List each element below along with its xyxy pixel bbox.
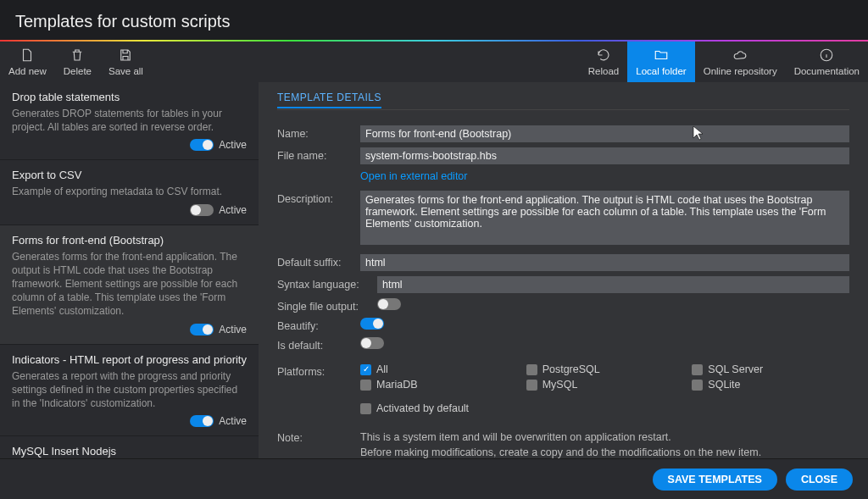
close-button[interactable]: CLOSE [786,469,853,491]
toolbar-label: Delete [64,66,92,76]
card-title: Indicators - HTML report of progress and… [12,353,247,366]
card-title: Drop table statements [12,91,247,103]
template-list: Drop table statementsGenerates DROP stat… [0,82,259,458]
singlefile-toggle[interactable] [377,298,401,310]
toolbar: Add newDeleteSave all ReloadLocal folder… [0,42,868,82]
card-title: Export to CSV [12,169,247,181]
trash-icon [70,47,85,64]
template-card[interactable]: Forms for front-end (Bootstrap)Generates… [0,225,259,345]
platform-checkbox[interactable]: PostgreSQL [526,363,684,375]
suffix-input[interactable] [360,254,849,271]
card-active-toggle[interactable] [190,139,214,151]
platform-label: MariaDB [376,379,418,391]
isdefault-toggle[interactable] [360,337,384,349]
filename-label: File name: [277,147,360,162]
card-title: Forms for front-end (Bootstrap) [12,234,247,247]
platforms-label: Platforms: [277,363,360,378]
save-icon [118,47,133,64]
beautify-toggle[interactable] [360,318,384,330]
description-input[interactable]: Generates forms for the front-end applic… [360,191,849,245]
toolbar-label: Local folder [636,66,686,76]
info-icon [819,47,834,64]
isdefault-label: Is default: [277,337,360,352]
platform-checkbox[interactable]: All [360,363,518,375]
activated-by-default-label: Activated by default [376,402,469,414]
filename-input[interactable] [360,147,849,164]
toolbar-label: Online repository [704,66,777,76]
reload-button[interactable]: Reload [580,42,627,82]
card-desc: Generates forms for the front-end applic… [12,250,247,319]
template-card[interactable]: MySQL Insert NodejsSample application co… [0,436,259,458]
toolbar-label: Save all [108,66,143,76]
template-card[interactable]: Drop table statementsGenerates DROP stat… [0,82,259,160]
card-desc: Example of exporting metadata to CSV for… [12,185,247,198]
online-repo-button[interactable]: Online repository [695,42,786,82]
template-card[interactable]: Export to CSVExample of exporting metada… [0,160,259,225]
platform-label: SQLite [708,379,740,391]
platform-checkbox[interactable]: SQLite [692,379,849,391]
section-title: TEMPLATE DETAILS [277,91,381,108]
card-active-label: Active [219,204,247,216]
save-all-button[interactable]: Save all [100,42,152,82]
platform-label: PostgreSQL [542,363,600,375]
card-active-label: Active [219,324,247,335]
toolbar-label: Add new [8,66,47,76]
card-active-label: Active [219,139,247,151]
note-label: Note: [277,430,360,444]
cloud-icon [732,47,748,64]
file-icon [19,47,35,64]
name-input[interactable] [360,125,849,142]
toolbar-label: Reload [588,66,619,76]
template-details: TEMPLATE DETAILS Name: File name: Open i… [259,82,868,458]
card-title: MySQL Insert Nodejs [12,445,247,457]
documentation-button[interactable]: Documentation [786,42,868,82]
note-line1: This is a system item and will be overwr… [360,430,849,445]
description-label: Description: [277,191,360,205]
card-desc: Generates a report with the progress and… [12,369,247,411]
note-line2: Before making modifications, create a co… [360,445,849,458]
syntax-label: Syntax language: [277,276,377,291]
beautify-label: Beautify: [277,318,360,332]
suffix-label: Default suffix: [277,254,360,269]
syntax-input[interactable] [377,276,849,293]
platform-label: SQL Server [708,363,763,375]
platform-checkbox[interactable]: SQL Server [692,363,849,375]
save-templates-button[interactable]: SAVE TEMPLATES [653,469,777,491]
name-label: Name: [277,125,360,140]
add-new-button[interactable]: Add new [0,42,55,82]
platform-label: MySQL [542,379,578,391]
page-title: Templates for custom scripts [15,12,853,31]
singlefile-label: Single file output: [277,298,377,313]
activated-by-default-checkbox[interactable]: Activated by default [360,402,849,414]
template-card[interactable]: Indicators - HTML report of progress and… [0,345,259,437]
platform-checkbox[interactable]: MariaDB [360,379,518,391]
open-external-link[interactable]: Open in external editor [360,170,467,182]
card-active-toggle[interactable] [190,415,214,427]
card-active-toggle[interactable] [190,324,214,335]
platform-label: All [376,363,388,375]
footer: SAVE TEMPLATES CLOSE [0,458,868,499]
card-active-toggle[interactable] [190,204,214,216]
reload-icon [596,47,611,64]
card-desc: Generates DROP statements for tables in … [12,107,247,134]
folder-icon [654,47,669,64]
card-active-label: Active [219,415,247,427]
toolbar-label: Documentation [794,66,860,76]
delete-button[interactable]: Delete [55,42,100,82]
local-folder-button[interactable]: Local folder [627,42,694,82]
platform-checkbox[interactable]: MySQL [526,379,684,391]
